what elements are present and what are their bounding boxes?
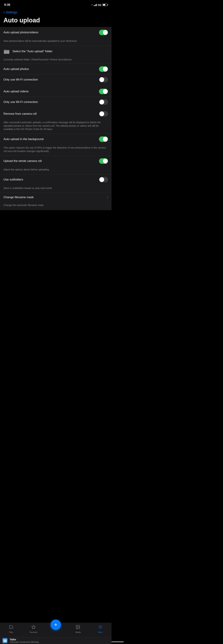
- toggle-thumb: [103, 89, 108, 94]
- toggle-thumb: [103, 30, 108, 35]
- auto-upload-photos-toggle[interactable]: [99, 66, 108, 72]
- only-wifi-videos-toggle[interactable]: [99, 99, 108, 105]
- remove-camera-roll-row[interactable]: Remove from camera roll: [0, 109, 112, 119]
- whole-camera-roll-label: Upload the whole camera roll: [4, 159, 99, 163]
- select-folder-section: Select the "Auto upload" folder Currentl…: [0, 46, 112, 64]
- remove-camera-roll-section: Remove from camera roll After successful…: [0, 109, 112, 134]
- tab-bar-spacer: [0, 210, 112, 232]
- auto-upload-section: Auto upload photos/videos New photos/vid…: [0, 27, 112, 46]
- location-icon: ↗: [91, 4, 93, 6]
- toggle-thumb: [103, 67, 108, 72]
- subfolders-section: Use subfolders Store in subfolders based…: [0, 174, 112, 193]
- subfolders-description: Store in subfolders based on year and mo…: [0, 185, 112, 193]
- remove-camera-roll-label: Remove from camera roll: [4, 112, 99, 116]
- filename-mask-description: Change the automatic filename mask: [0, 202, 112, 210]
- only-wifi-photos-row[interactable]: Only use Wi-Fi connection: [0, 74, 112, 85]
- folder-path: Currently selected folder: /Files/Pictur…: [0, 57, 112, 64]
- background-upload-section: Auto upload in the background This optio…: [0, 134, 112, 156]
- filename-mask-row[interactable]: Change filename mask ›: [0, 193, 112, 202]
- back-chevron-icon: ‹: [4, 10, 5, 14]
- only-wifi-videos-label: Only use Wi-Fi connection: [4, 100, 99, 104]
- toggle-thumb: [99, 77, 104, 82]
- background-upload-toggle[interactable]: [99, 136, 108, 142]
- status-icons: ↗ 5G: [91, 4, 107, 6]
- only-wifi-photos-toggle[interactable]: [99, 77, 108, 82]
- auto-upload-label: Auto upload photos/videos: [4, 31, 99, 34]
- whole-camera-roll-section: Upload the whole camera roll Adjust the …: [0, 156, 112, 174]
- only-wifi-photos-label: Only use Wi-Fi connection: [4, 78, 99, 82]
- auto-upload-row[interactable]: Auto upload photos/videos: [0, 27, 112, 38]
- filename-mask-label: Change filename mask: [4, 196, 107, 199]
- whole-camera-roll-row[interactable]: Upload the whole camera roll: [0, 156, 112, 166]
- select-folder-row[interactable]: Select the "Auto upload" folder: [0, 46, 112, 57]
- toggle-thumb: [103, 137, 108, 142]
- battery-level: [103, 4, 105, 6]
- background-upload-description: This option requires the use of GPS to t…: [0, 144, 112, 156]
- divider-thick-2: [0, 107, 112, 109]
- back-label: Settings: [6, 10, 17, 14]
- subfolders-label: Use subfolders: [4, 178, 99, 181]
- toggle-thumb: [99, 112, 104, 116]
- auto-upload-toggle[interactable]: [99, 30, 108, 35]
- videos-section: Auto upload videos Only use Wi-Fi connec…: [0, 86, 112, 107]
- whole-camera-roll-toggle[interactable]: [99, 158, 108, 164]
- only-wifi-videos-row[interactable]: Only use Wi-Fi connection: [0, 97, 112, 107]
- folder-icon: [4, 48, 10, 54]
- auto-upload-description: New photos/videos will be automatically …: [0, 38, 112, 46]
- auto-upload-photos-label: Auto upload photos: [4, 67, 99, 71]
- auto-upload-photos-row[interactable]: Auto upload photos: [0, 64, 112, 74]
- battery-icon: [102, 4, 107, 6]
- remove-camera-roll-toggle[interactable]: [99, 111, 108, 116]
- toggle-thumb: [99, 100, 104, 104]
- status-time: 9:36: [4, 3, 10, 6]
- signal-bars: [94, 4, 97, 6]
- background-upload-label: Auto upload in the background: [4, 138, 99, 141]
- toggle-thumb: [103, 158, 108, 164]
- auto-upload-videos-row[interactable]: Auto upload videos: [0, 86, 112, 97]
- photos-section: Auto upload photos Only use Wi-Fi connec…: [0, 64, 112, 85]
- subfolders-toggle[interactable]: [99, 177, 108, 182]
- remove-camera-roll-description: After successful automatic uploads, a co…: [0, 119, 112, 134]
- page-title: Auto upload: [0, 15, 112, 27]
- filename-mask-section: Change filename mask › Change the automa…: [0, 193, 112, 210]
- chevron-right-icon: ›: [107, 196, 108, 199]
- select-folder-label: Select the "Auto upload" folder: [13, 50, 53, 53]
- background-upload-row[interactable]: Auto upload in the background: [0, 134, 112, 144]
- auto-upload-videos-toggle[interactable]: [99, 89, 108, 94]
- subfolders-row[interactable]: Use subfolders: [0, 174, 112, 185]
- divider-thick-1: [0, 85, 112, 86]
- toggle-thumb: [99, 177, 104, 182]
- auto-upload-videos-label: Auto upload videos: [4, 90, 99, 93]
- battery-container: [102, 4, 107, 6]
- network-type: 5G: [98, 4, 101, 6]
- status-bar: 9:36 ↗ 5G: [0, 0, 112, 9]
- back-navigation[interactable]: ‹ Settings: [0, 9, 112, 15]
- whole-camera-roll-description: Adjust the options above before uploadin…: [0, 166, 112, 174]
